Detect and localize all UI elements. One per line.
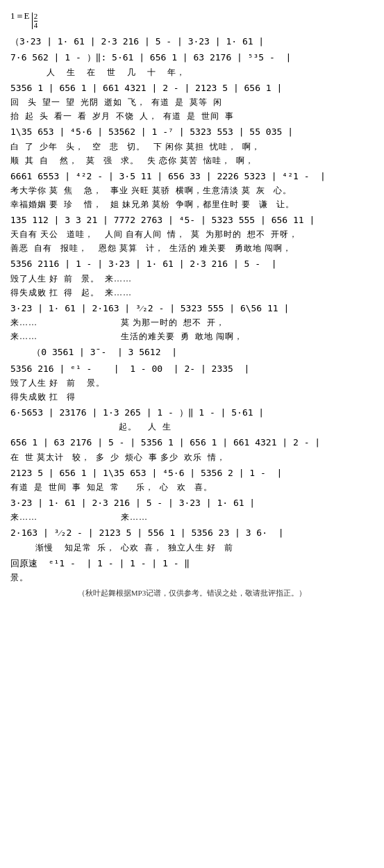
lyric-line: 得失成败 扛 得 起。 来……: [10, 286, 374, 299]
notation-line: 2·163 | ³⁄₂2 - | 2123 5 | 556 1 | 5356 2…: [10, 525, 374, 541]
notation-line: 3·23 | 1· 61 | 2·163 | ³⁄₂2 - | 5323 555…: [10, 300, 374, 316]
key-time: 1＝E 2 4: [10, 10, 37, 29]
notation-line: 135 112 | 3 3 21 | 7772 2763 | ⁴5- | 532…: [10, 212, 374, 228]
notation-line: 2123 5 | 656 1 | 1\35 653 | ⁴5·6 | 5356 …: [10, 465, 374, 481]
notation-line: 回原速 ᵉ¹1 - | 1 - | 1 - | 1 - ‖: [10, 555, 374, 571]
notation-line: 3·23 | 1· 61 | 2·3 216 | 5 - | 3·23 | 1·…: [10, 495, 374, 511]
notation-line: （0 3561 | 3̄ - | 3 5612 |: [10, 344, 374, 360]
notation-line: 6661 6553 | ⁴²2 - | 3·5 11 | 656 33 | 22…: [10, 168, 374, 184]
notation-line: 5356 2116 | 1 - | 3·23 | 1· 61 | 2·3 216…: [10, 256, 374, 272]
lyric-line: 善恶 自有 报哇， 恩怨 莫算 计， 生活的 难关要 勇敢地 闯啊，: [10, 242, 374, 254]
lyric-line: 毁了人生 好 前 景。 来……: [10, 272, 374, 285]
header: 1＝E 2 4: [10, 10, 374, 29]
notation-line: 1\35 653 | ⁴5·6 | 53562 | 1 -⁷ | 5323 55…: [10, 124, 374, 140]
lyric-line: 渐慢 知足常 乐， 心欢 喜， 独立人生 好 前: [10, 541, 374, 554]
lyric-line: 抬 起 头 看一 看 岁月 不饶 人， 有道 是 世间 事: [10, 110, 374, 122]
lyric-line: 白 了 少年 头， 空 悲 切。 下 闲你 莫担 忧哇， 啊，: [10, 140, 374, 153]
lyric-line: 考大学你 莫 焦 急， 事业 兴旺 莫骄 横啊，生意清淡 莫 灰 心。: [10, 184, 374, 197]
notation-line: 5356 216 | ᵉ¹ - | 1 - 00 | 2- | 2335 |: [10, 361, 374, 377]
lyric-line: 顺 其 自 然， 莫 强 求。 失 恋你 莫苦 恼哇， 啊，: [10, 154, 374, 167]
notation-line: 6·5653 | 23176 | 1·3 265 | 1 - ）‖ 1 - | …: [10, 404, 374, 420]
key-label: 1＝E: [10, 10, 32, 21]
notation-line: 656 1 | 63 2176 | 5 - | 5356 1 | 656 1 |…: [10, 434, 374, 450]
footer-note: （秋叶起舞根据MP3记谱，仅供参考。错误之处，敬请批评指正。）: [10, 588, 374, 598]
lyric-line: 来…… 生活的难关要 勇 敢地 闯啊，: [10, 330, 374, 343]
content-area: （3·23 | 1· 61 | 2·3 216 | 5 - | 3·23 | 1…: [10, 33, 374, 599]
lyric-line: 景。: [10, 571, 374, 584]
lyric-line: 天自有 天公 道哇， 人间 自有人间 情， 莫 为那时的 想不 开呀，: [10, 228, 374, 240]
time-sig: 2 4: [32, 13, 38, 29]
notation-line: （3·23 | 1· 61 | 2·3 216 | 5 - | 3·23 | 1…: [10, 33, 374, 49]
lyric-line: 回 头 望一 望 光阴 逝如 飞， 有道 是 莫等 闲: [10, 96, 374, 108]
lyric-line: 起。 人 生: [10, 420, 374, 433]
lyric-line: 得失成败 扛 得: [10, 391, 374, 403]
lyric-line: 人 生 在 世 几 十 年，: [10, 66, 374, 79]
notation-line: 5356 1 | 656 1 | 661 4321 | 2 - | 2123 5…: [10, 80, 374, 96]
time-den: 4: [34, 22, 38, 29]
lyric-line: 幸福婚姻 要 珍 惜， 姐 妹兄弟 莫纷 争啊，都里住时 要 谦 让。: [10, 198, 374, 211]
lyric-line: 毁了人生 好 前 景。: [10, 377, 374, 389]
lyric-line: 有道 是 世间 事 知足 常 乐， 心 欢 喜。: [10, 481, 374, 493]
notation-line: 7·6 562 | 1 - ）‖: 5·61 | 656 1 | 63 2176…: [10, 49, 374, 65]
lyric-line: 在 世 莫太计 较， 多 少 烦心 事 多少 欢乐 情，: [10, 451, 374, 464]
lyric-line: 来…… 莫 为那一时的 想不 开，: [10, 316, 374, 329]
lyric-line: 来…… 来……: [10, 511, 374, 523]
